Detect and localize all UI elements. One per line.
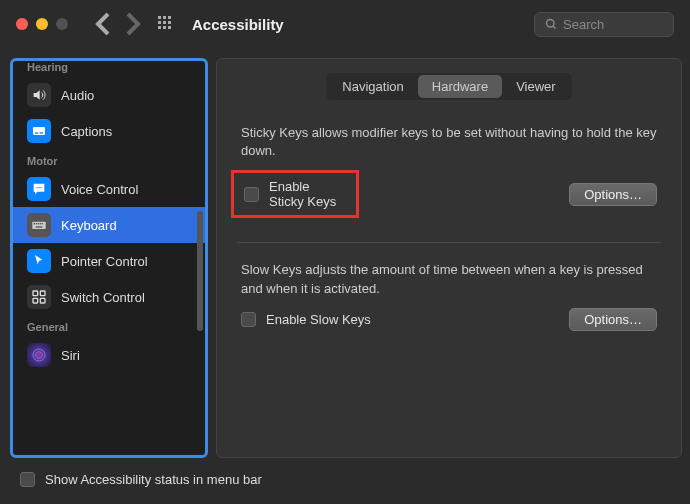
nav-arrows [92, 12, 144, 36]
sidebar-section-hearing: Hearing [13, 61, 205, 77]
svg-rect-16 [33, 298, 38, 303]
close-window-button[interactable] [16, 18, 28, 30]
svg-rect-11 [40, 223, 41, 224]
sidebar: Hearing Audio Captions Motor Voice Contr… [10, 58, 208, 458]
tab-bar: Navigation Hardware Viewer [217, 73, 681, 100]
svg-point-4 [36, 187, 37, 188]
svg-point-18 [33, 349, 45, 361]
divider [237, 242, 661, 243]
svg-rect-17 [40, 298, 45, 303]
enable-slow-keys-label: Enable Slow Keys [266, 312, 371, 327]
audio-icon [27, 83, 51, 107]
sidebar-item-label: Keyboard [61, 218, 117, 233]
search-icon [545, 18, 557, 30]
show-all-button[interactable] [158, 16, 174, 32]
content-pane: Navigation Hardware Viewer Sticky Keys a… [216, 58, 682, 458]
sidebar-item-captions[interactable]: Captions [13, 113, 205, 149]
show-status-menubar-label: Show Accessibility status in menu bar [45, 472, 262, 487]
svg-rect-1 [33, 127, 45, 135]
svg-rect-12 [42, 223, 43, 224]
sticky-keys-options-button[interactable]: Options… [569, 183, 657, 206]
highlight-box: Enable Sticky Keys [231, 170, 359, 218]
window-title: Accessibility [192, 16, 284, 33]
minimize-window-button[interactable] [36, 18, 48, 30]
keyboard-icon [27, 213, 51, 237]
sidebar-item-switch-control[interactable]: Switch Control [13, 279, 205, 315]
svg-rect-3 [40, 132, 43, 133]
sticky-keys-description: Sticky Keys allows modifier keys to be s… [241, 124, 657, 160]
captions-icon [27, 119, 51, 143]
search-placeholder: Search [563, 17, 604, 32]
sidebar-item-keyboard[interactable]: Keyboard [13, 207, 205, 243]
pointer-control-icon [27, 249, 51, 273]
svg-rect-2 [35, 132, 38, 133]
sidebar-item-label: Pointer Control [61, 254, 148, 269]
svg-rect-14 [33, 291, 38, 296]
footer: Show Accessibility status in menu bar [0, 458, 690, 501]
sidebar-scrollbar[interactable] [197, 211, 203, 331]
enable-sticky-keys-label: Enable Sticky Keys [269, 179, 346, 209]
slow-keys-description: Slow Keys adjusts the amount of time bet… [241, 261, 657, 297]
svg-rect-15 [40, 291, 45, 296]
tab-viewer[interactable]: Viewer [502, 75, 570, 98]
svg-point-6 [40, 187, 41, 188]
sidebar-item-label: Captions [61, 124, 112, 139]
slow-keys-options-button[interactable]: Options… [569, 308, 657, 331]
enable-slow-keys-checkbox[interactable] [241, 312, 256, 327]
sidebar-item-label: Voice Control [61, 182, 138, 197]
svg-rect-10 [38, 223, 39, 224]
sidebar-item-pointer-control[interactable]: Pointer Control [13, 243, 205, 279]
sidebar-item-siri[interactable]: Siri [13, 337, 205, 373]
svg-rect-9 [36, 223, 37, 224]
sidebar-item-voice-control[interactable]: Voice Control [13, 171, 205, 207]
sidebar-item-label: Switch Control [61, 290, 145, 305]
switch-control-icon [27, 285, 51, 309]
search-field[interactable]: Search [534, 12, 674, 37]
tab-hardware[interactable]: Hardware [418, 75, 502, 98]
forward-button[interactable] [120, 12, 144, 36]
slow-keys-block: Slow Keys adjusts the amount of time bet… [217, 261, 681, 348]
titlebar: Accessibility Search [0, 0, 690, 48]
enable-sticky-keys-checkbox[interactable] [244, 187, 259, 202]
svg-point-19 [36, 352, 43, 359]
show-status-menubar-checkbox[interactable] [20, 472, 35, 487]
zoom-window-button[interactable] [56, 18, 68, 30]
sticky-keys-block: Sticky Keys allows modifier keys to be s… [217, 124, 681, 236]
window-controls [16, 18, 68, 30]
svg-point-0 [547, 20, 555, 28]
sidebar-item-audio[interactable]: Audio [13, 77, 205, 113]
back-button[interactable] [92, 12, 116, 36]
svg-rect-7 [32, 222, 45, 229]
svg-rect-8 [34, 223, 35, 224]
tab-navigation[interactable]: Navigation [328, 75, 417, 98]
sidebar-item-label: Audio [61, 88, 94, 103]
sidebar-item-label: Siri [61, 348, 80, 363]
siri-icon [27, 343, 51, 367]
sidebar-section-motor: Motor [13, 149, 205, 171]
voice-control-icon [27, 177, 51, 201]
svg-rect-13 [36, 226, 43, 227]
svg-point-5 [38, 187, 39, 188]
sidebar-section-general: General [13, 315, 205, 337]
